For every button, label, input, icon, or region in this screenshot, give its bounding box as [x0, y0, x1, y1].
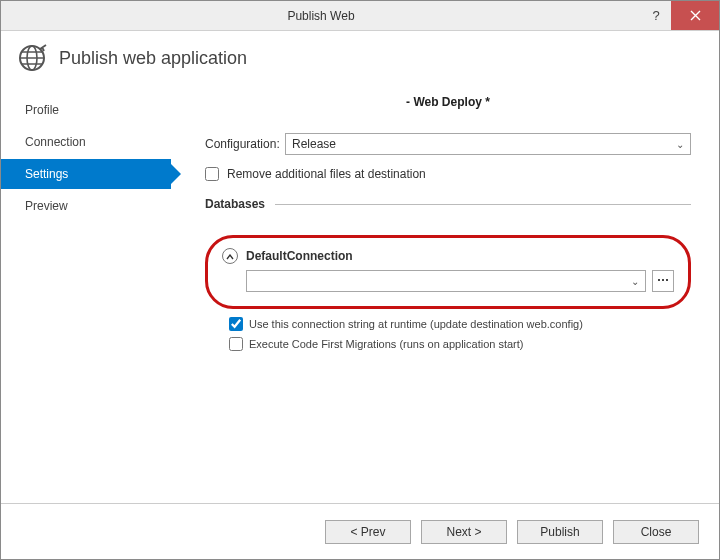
publish-web-dialog: Publish Web ? Publish web application Pr…	[0, 0, 720, 560]
connection-string-row: ⌄	[222, 270, 674, 292]
button-label: Next >	[446, 525, 481, 539]
migrations-label: Execute Code First Migrations (runs on a…	[249, 338, 524, 350]
dialog-body: Profile Connection Settings Preview - We…	[1, 95, 719, 503]
use-runtime-label: Use this connection string at runtime (u…	[249, 318, 583, 330]
publish-button[interactable]: Publish	[517, 520, 603, 544]
chevron-up-icon	[226, 251, 234, 262]
globe-icon	[17, 43, 47, 73]
close-button[interactable]: Close	[613, 520, 699, 544]
close-icon	[690, 8, 701, 24]
configuration-select[interactable]: Release ⌄	[285, 133, 691, 155]
nav-preview[interactable]: Preview	[1, 191, 171, 221]
nav-label: Connection	[25, 135, 86, 149]
divider	[275, 204, 691, 205]
configuration-label: Configuration:	[205, 137, 285, 151]
default-connection-header: DefaultConnection	[222, 248, 674, 264]
nav-profile[interactable]: Profile	[1, 95, 171, 125]
remove-files-label: Remove additional files at destination	[227, 167, 426, 181]
dialog-header: Publish web application	[1, 31, 719, 95]
dialog-footer: < Prev Next > Publish Close	[1, 503, 719, 559]
remove-files-checkbox[interactable]: Remove additional files at destination	[205, 167, 691, 181]
use-runtime-checkbox[interactable]: Use this connection string at runtime (u…	[229, 317, 691, 331]
help-button[interactable]: ?	[641, 1, 671, 30]
next-button[interactable]: Next >	[421, 520, 507, 544]
databases-heading: Databases	[205, 197, 691, 211]
collapse-toggle[interactable]	[222, 248, 238, 264]
dialog-title: Publish web application	[59, 48, 247, 69]
svg-rect-2	[658, 279, 660, 281]
window-title: Publish Web	[1, 1, 641, 30]
close-window-button[interactable]	[671, 1, 719, 30]
button-label: < Prev	[350, 525, 385, 539]
prev-button[interactable]: < Prev	[325, 520, 411, 544]
remove-files-input[interactable]	[205, 167, 219, 181]
configuration-value: Release	[292, 137, 336, 151]
nav-label: Settings	[25, 167, 68, 181]
use-runtime-input[interactable]	[229, 317, 243, 331]
migrations-checkbox[interactable]: Execute Code First Migrations (runs on a…	[229, 337, 691, 351]
settings-pane: - Web Deploy * Configuration: Release ⌄ …	[171, 95, 719, 503]
nav-label: Profile	[25, 103, 59, 117]
nav-settings[interactable]: Settings	[1, 159, 171, 189]
configuration-row: Configuration: Release ⌄	[205, 133, 691, 155]
chevron-down-icon: ⌄	[631, 276, 639, 287]
default-connection-group: DefaultConnection ⌄	[205, 235, 691, 309]
nav-connection[interactable]: Connection	[1, 127, 171, 157]
connection-string-combo[interactable]: ⌄	[246, 270, 646, 292]
button-label: Close	[641, 525, 672, 539]
migrations-input[interactable]	[229, 337, 243, 351]
nav-label: Preview	[25, 199, 68, 213]
connection-browse-button[interactable]	[652, 270, 674, 292]
title-bar: Publish Web ?	[1, 1, 719, 31]
wizard-nav: Profile Connection Settings Preview	[1, 95, 171, 503]
ellipsis-icon	[657, 274, 669, 289]
connection-name: DefaultConnection	[246, 249, 353, 263]
button-label: Publish	[540, 525, 579, 539]
chevron-down-icon: ⌄	[676, 139, 684, 150]
databases-label: Databases	[205, 197, 265, 211]
svg-rect-4	[666, 279, 668, 281]
svg-rect-3	[662, 279, 664, 281]
deploy-method-title: - Web Deploy *	[205, 95, 691, 109]
